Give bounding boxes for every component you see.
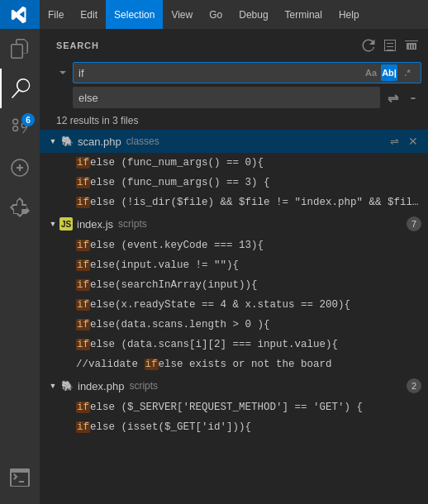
dismiss-file-icon[interactable]: ✕ bbox=[405, 133, 421, 150]
search-input-icons: Aa Ab| .* bbox=[363, 64, 416, 81]
result-line[interactable]: ifelse (isset($_GET['id'])){ bbox=[40, 417, 428, 437]
result-line[interactable]: ifelse(searchInArray(input)){ bbox=[40, 275, 428, 295]
file-path-index-js: scripts bbox=[118, 218, 147, 230]
file-header-scan-php[interactable]: ▼ 🐘 scan.php classes ⇌ ✕ bbox=[40, 130, 428, 153]
results-list[interactable]: ▼ 🐘 scan.php classes ⇌ ✕ ifelse (func_nu… bbox=[40, 130, 428, 504]
more-options-button[interactable]: ··· bbox=[403, 88, 421, 107]
main-layout: 6 SEARCH bbox=[0, 29, 428, 504]
result-line[interactable]: ifelse ($_SERVER['REQUEST_METHOD'] == 'G… bbox=[40, 397, 428, 417]
results-summary: 12 results in 3 files bbox=[40, 112, 428, 130]
result-line[interactable]: ifelse(x.readyState == 4 & x.status == 2… bbox=[40, 295, 428, 315]
menu-help[interactable]: Help bbox=[331, 0, 368, 29]
menu-file[interactable]: File bbox=[40, 0, 72, 29]
activity-explorer[interactable] bbox=[0, 29, 40, 69]
result-text: ifelse(data.scans.length > 0 ){ bbox=[76, 316, 270, 333]
header-actions bbox=[359, 36, 421, 55]
result-text: ifelse ($_SERVER['REQUEST_METHOD'] == 'G… bbox=[76, 399, 363, 416]
regex-button[interactable]: .* bbox=[399, 64, 416, 81]
result-text: //validate ifelse exists or not the boar… bbox=[76, 356, 332, 373]
result-line[interactable]: ifelse (data.scans[i][2] === input.value… bbox=[40, 335, 428, 354]
collapse-icon-index-js: ▼ bbox=[46, 217, 59, 231]
search-input[interactable] bbox=[78, 67, 363, 79]
collapse-icon-index-php: ▼ bbox=[46, 379, 59, 392]
toggle-replace-icon[interactable] bbox=[56, 69, 69, 77]
clear-results-button[interactable] bbox=[402, 36, 421, 55]
search-input-container: Aa Ab| .* bbox=[73, 62, 421, 83]
replace-actions: ⇌ ··· bbox=[383, 88, 421, 107]
search-input-row: Aa Ab| .* bbox=[40, 59, 428, 87]
file-name-scan-php: scan.php bbox=[78, 136, 121, 148]
file-group-index-php: ▼ 🐘 index.php scripts 2 ifelse ($_SERVER… bbox=[40, 374, 428, 437]
menu-bar: File Edit Selection View Go Debug Termin… bbox=[40, 0, 368, 29]
result-line[interactable]: ifelse (func_num_args() == 0){ bbox=[40, 153, 428, 173]
result-text: ifelse (event.keyCode === 13){ bbox=[76, 237, 264, 254]
result-line[interactable]: ifelse (func_num_args() == 3) { bbox=[40, 173, 428, 193]
activity-debug[interactable] bbox=[0, 148, 40, 188]
activity-source-control[interactable]: 6 bbox=[0, 108, 40, 148]
panel-title: SEARCH bbox=[56, 40, 359, 50]
php-file-icon: 🐘 bbox=[59, 134, 74, 149]
result-line[interactable]: ifelse (!is_dir($file) && $file != "inde… bbox=[40, 193, 428, 212]
menu-selection[interactable]: Selection bbox=[106, 0, 163, 29]
file-group-scan-php: ▼ 🐘 scan.php classes ⇌ ✕ ifelse (func_nu… bbox=[40, 130, 428, 212]
js-file-icon: JS bbox=[59, 217, 73, 231]
file-count-index-php: 2 bbox=[407, 378, 421, 393]
menu-debug[interactable]: Debug bbox=[231, 0, 276, 29]
file-name-index-php: index.php bbox=[78, 380, 124, 392]
replace-input-row: ⇌ ··· bbox=[40, 87, 428, 112]
menu-edit[interactable]: Edit bbox=[72, 0, 106, 29]
collapse-icon-scan-php: ▼ bbox=[46, 135, 59, 148]
activity-terminal[interactable] bbox=[0, 458, 40, 497]
menu-view[interactable]: View bbox=[163, 0, 201, 29]
file-path-scan-php: classes bbox=[126, 136, 159, 147]
menu-go[interactable]: Go bbox=[201, 0, 231, 29]
result-line[interactable]: ifelse(input.value != ""){ bbox=[40, 255, 428, 275]
search-panel: SEARCH Aa Ab| bbox=[40, 29, 428, 504]
result-line[interactable]: ifelse (event.keyCode === 13){ bbox=[40, 235, 428, 255]
file-header-index-php[interactable]: ▼ 🐘 index.php scripts 2 bbox=[40, 374, 428, 397]
menu-terminal[interactable]: Terminal bbox=[277, 0, 331, 29]
match-case-button[interactable]: Aa bbox=[363, 64, 379, 81]
replace-all-button[interactable]: ⇌ bbox=[383, 88, 402, 107]
activity-extensions[interactable] bbox=[0, 188, 40, 227]
file-group-index-js: ▼ JS index.js scripts 7 ifelse (event.ke… bbox=[40, 212, 428, 374]
replace-in-file-icon[interactable]: ⇌ bbox=[386, 133, 402, 150]
file-count-index-js: 7 bbox=[407, 216, 421, 231]
result-line[interactable]: ifelse(data.scans.length > 0 ){ bbox=[40, 315, 428, 335]
result-text: ifelse (func_num_args() == 0){ bbox=[76, 155, 264, 171]
whole-word-button[interactable]: Ab| bbox=[381, 64, 397, 81]
result-text: ifelse (data.scans[i][2] === input.value… bbox=[76, 336, 338, 353]
replace-input-container bbox=[73, 87, 380, 108]
result-line[interactable]: //validate ifelse exists or not the boar… bbox=[40, 354, 428, 374]
result-text: ifelse(searchInArray(input)){ bbox=[76, 277, 258, 293]
file-name-index-js: index.js bbox=[77, 218, 113, 231]
activity-bar: 6 bbox=[0, 29, 40, 504]
titlebar: File Edit Selection View Go Debug Termin… bbox=[0, 0, 428, 29]
activity-search[interactable] bbox=[0, 69, 40, 108]
result-text: ifelse(x.readyState == 4 & x.status == 2… bbox=[76, 297, 350, 313]
result-text: ifelse (isset($_GET['id'])){ bbox=[76, 419, 251, 435]
file-header-index-js[interactable]: ▼ JS index.js scripts 7 bbox=[40, 212, 428, 235]
refresh-button[interactable] bbox=[359, 36, 378, 55]
panel-header: SEARCH bbox=[40, 29, 428, 59]
collapse-all-button[interactable] bbox=[380, 36, 400, 55]
result-text: ifelse (!is_dir($file) && $file != "inde… bbox=[76, 194, 421, 211]
replace-input[interactable] bbox=[78, 92, 374, 104]
app-logo bbox=[0, 0, 40, 29]
php-file-icon-2: 🐘 bbox=[59, 378, 74, 393]
result-text: ifelse (func_num_args() == 3) { bbox=[76, 174, 270, 191]
file-actions-scan-php: ⇌ ✕ bbox=[386, 133, 421, 150]
result-text: ifelse(input.value != ""){ bbox=[76, 257, 239, 273]
file-path-index-php: scripts bbox=[129, 380, 158, 392]
